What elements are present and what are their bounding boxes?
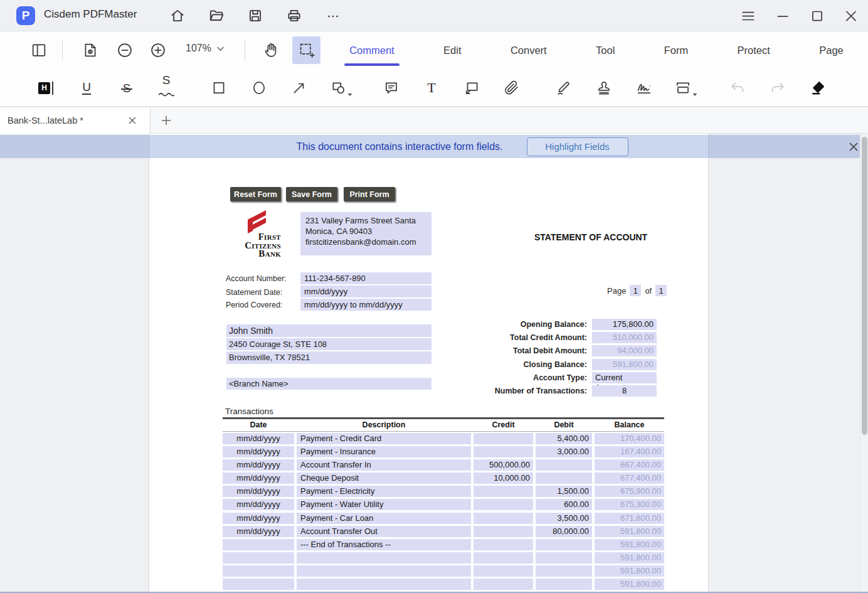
zoom-out-icon[interactable] [116,41,134,59]
print-form-button[interactable]: Print Form [344,187,395,201]
txn-date-field[interactable]: mm/dd/yyyy [223,486,294,497]
txn-date-field[interactable] [223,579,294,590]
txn-debit-field[interactable]: 80,000.00 [536,526,592,537]
txn-balance-field[interactable]: 671,800.00 [595,513,664,524]
txn-debit-field[interactable] [536,579,592,590]
tab-convert[interactable]: Convert [509,41,548,60]
txn-debit-field[interactable]: 3,500.00 [536,513,592,524]
txn-description-field[interactable]: Payment - Credit Card [297,433,471,444]
summary-value-field[interactable]: 175,800.00 [592,319,657,330]
statement-date-field[interactable]: mm/dd/yyyy [300,286,431,297]
marquee-select-icon[interactable] [298,41,315,59]
txn-credit-field[interactable] [474,552,533,564]
txn-credit-field[interactable] [474,486,533,497]
ellipse-icon[interactable] [249,78,269,97]
tab-tool[interactable]: Tool [595,41,616,60]
vertical-scrollbar[interactable] [860,134,868,593]
maximize-icon[interactable] [809,8,825,24]
txn-debit-field[interactable] [536,552,592,564]
txn-balance-field[interactable]: 170,400.00 [595,433,664,444]
home-icon[interactable] [169,8,186,24]
txn-description-field[interactable]: --- End of Transactions -- [297,539,471,550]
summary-value-field[interactable]: 510,000.00 [592,332,657,343]
txn-debit-field[interactable] [536,539,592,550]
summary-value-field[interactable]: 94,000.00 [592,345,657,356]
tab-protect[interactable]: Protect [736,41,771,60]
page-current-field[interactable]: 1 [630,285,641,296]
txn-debit-field[interactable]: 600.00 [536,499,592,510]
sticky-note-icon[interactable] [381,78,401,97]
customer-address1-field[interactable]: 2450 Courage St, STE 108 [226,338,431,350]
txn-date-field[interactable]: mm/dd/yyyy [223,473,294,484]
document-tab[interactable]: Bank-St...lateLab * [0,107,151,134]
menu-icon[interactable] [740,8,756,24]
txn-description-field[interactable]: Payment - Water Utility [297,499,471,510]
undo-icon[interactable] [728,78,748,97]
txn-debit-field[interactable] [536,565,592,577]
txn-credit-field[interactable]: 10,000.00 [474,473,533,484]
print-icon[interactable] [286,8,302,24]
txn-description-field[interactable]: Account Transfer In [297,459,471,471]
txn-credit-field[interactable] [474,513,533,524]
txn-description-field[interactable] [297,579,471,590]
customer-name-field[interactable]: John Smith [226,324,431,337]
customer-address2-field[interactable]: Brownsville, TX 78521 [226,351,431,364]
shapes-dropdown-icon[interactable] [329,78,349,97]
arrow-icon[interactable] [289,78,309,97]
txn-credit-field[interactable] [474,579,533,590]
txn-balance-field[interactable]: 675,300.00 [595,499,664,510]
tab-comment[interactable]: Comment [348,41,396,60]
txn-description-field[interactable]: Payment - Electricity [297,486,471,497]
measure-dropdown-icon[interactable] [673,78,693,97]
txn-credit-field[interactable] [474,539,533,550]
close-icon[interactable] [843,8,859,24]
reset-form-button[interactable]: Reset Form [230,187,281,201]
squiggly-underline-icon[interactable]: S [156,78,176,97]
zoom-level-dropdown[interactable]: 107% [186,43,225,54]
summary-value-field[interactable]: 591,800.00 [592,359,657,370]
txn-credit-field[interactable] [474,526,533,537]
minimize-icon[interactable] [775,8,791,24]
text-comment-icon[interactable]: T [421,78,442,97]
summary-value-field[interactable]: Current Account [592,372,657,383]
txn-balance-field[interactable]: 591,800.00 [595,526,664,537]
txn-date-field[interactable] [223,565,294,577]
txn-date-field[interactable]: mm/dd/yyyy [223,446,294,457]
attachment-icon[interactable] [502,78,522,97]
branch-name-field[interactable]: <Branch Name> [226,378,431,390]
txn-balance-field[interactable]: 677,400.00 [595,473,664,484]
bank-address-field[interactable]: 231 Valley Farms Street Santa Monica, CA… [300,212,431,255]
scrollbar-thumb[interactable] [862,137,867,435]
redo-icon[interactable] [768,78,788,97]
txn-date-field[interactable] [223,539,294,550]
txn-date-field[interactable]: mm/dd/yyyy [223,526,294,537]
hand-tool-icon[interactable] [262,41,280,59]
txn-debit-field[interactable]: 5,400.00 [536,433,592,444]
highlight-fields-button[interactable]: Highlight Fields [527,137,628,156]
signature-icon[interactable] [634,78,654,97]
tab-page[interactable]: Page [818,41,845,60]
txn-balance-field[interactable]: 667,400.00 [595,459,664,471]
zoom-in-icon[interactable] [149,41,167,59]
save-form-button[interactable]: Save Form [286,187,337,201]
save-icon[interactable] [247,8,263,24]
pencil-icon[interactable] [554,78,574,97]
txn-credit-field[interactable] [474,565,533,577]
sidebar-toggle-icon[interactable] [30,41,48,59]
open-folder-icon[interactable] [208,8,225,24]
strikethrough-icon[interactable]: S [117,78,137,97]
txn-credit-field[interactable] [474,446,533,457]
txn-debit-field[interactable]: 1,500.00 [536,486,592,497]
txn-balance-field[interactable]: 591,800.00 [595,552,664,564]
txn-date-field[interactable]: mm/dd/yyyy [223,499,294,510]
txn-date-field[interactable]: mm/dd/yyyy [223,513,294,524]
txn-credit-field[interactable]: 500,000.00 [474,459,533,471]
txn-date-field[interactable] [223,552,294,564]
callout-icon[interactable] [462,78,482,97]
txn-description-field[interactable]: Payment - Car Loan [297,513,471,524]
txn-description-field[interactable]: Payment - Insurance [297,446,471,457]
txn-date-field[interactable]: mm/dd/yyyy [223,433,294,444]
txn-description-field[interactable] [297,565,471,577]
eraser-icon[interactable] [808,78,828,97]
txn-debit-field[interactable] [536,459,592,471]
